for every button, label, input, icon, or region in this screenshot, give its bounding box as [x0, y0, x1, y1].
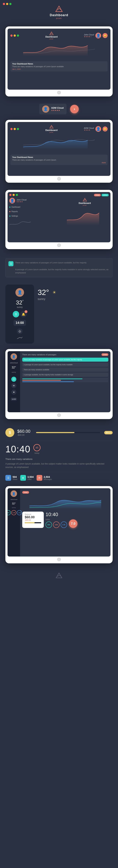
tablet3-badge-red: 2new [94, 194, 101, 196]
tablet5-temp: 32° [12, 502, 15, 505]
tablet3-nav-label-3: Settings [11, 215, 18, 217]
tablet1-home-button[interactable] [57, 91, 61, 94]
weather-icon-row: ☰ 🔔 1 [13, 311, 27, 317]
stat-icon-3: ✉ [37, 475, 42, 481]
weather-badge-dot: 1 [25, 310, 28, 313]
time-row: 10:40 45 today [5, 444, 113, 455]
weather-right-row: 32° ☀ [38, 288, 56, 297]
stats-row: ☰ 504 Views ★ 3,504 Likes ✉ 2,504 Messag… [5, 475, 113, 481]
tablet4-nav-icons: ☰ ✉ ★ [11, 377, 16, 395]
tablet1-stars: ★★★★☆ [84, 36, 94, 37]
tablet2-user-row: ADM Cloud ★★★★ 👤 🔔 [84, 126, 108, 132]
text-block: ☰ There are many variations of passages … [5, 258, 113, 277]
tablet4-face-icon: 👤 [12, 355, 15, 359]
admin-profile-card: 👤 ADM Cloud ★★★★★ [39, 104, 67, 115]
tablet1-face-icon: 👤 [96, 34, 101, 37]
tablet1-section: Dashboard peak John Cloud ★★★★☆ 👤 🔔 [0, 25, 118, 102]
tablet2-notification-button[interactable]: 🔔 [103, 126, 108, 131]
tablet5-action-button[interactable]: 7.0 [69, 519, 77, 528]
app-header: Dashboard peak [0, 0, 118, 25]
stat-info-1: 504 Views [12, 475, 17, 480]
tablet2-more-link[interactable]: more [102, 162, 106, 164]
svg-marker-0 [56, 6, 62, 12]
app-logo: Dashboard peak [50, 5, 68, 19]
tablet2-news-item: Your Dashboard News There are many varia… [10, 155, 108, 165]
tablet5-avatar: 👤 [10, 490, 17, 497]
tablet5-bottom-panels: Balance $60.00 -$40.00 10:40 today [22, 512, 108, 528]
tablet4-msg-4: A passage available, but the majority lo… [22, 373, 108, 377]
tablet1-mountain-icon [49, 31, 54, 35]
weather-condition-right: sunny [38, 298, 56, 301]
tablet3-nav-label-2: Reports [11, 211, 18, 213]
tablet3-user-info: John Cloud ★★★★ [16, 199, 27, 203]
tablet5-badge: 2new [22, 491, 29, 494]
weather-temp: 32° [16, 299, 24, 306]
tablet4-nav-icon-1[interactable]: ☰ [11, 377, 16, 382]
tablet5-section: 👤 JohnCloud 32° sunny 504 3.5k [0, 484, 118, 569]
tablet3-home-button[interactable] [57, 243, 61, 247]
weather-power-icon: ⏻ [18, 330, 21, 333]
t1-tl-red [10, 34, 12, 37]
tablet1-logo-sub: peak [49, 38, 53, 40]
text-icon-symbol: ☰ [10, 262, 12, 265]
tablet4-main-topbar: There are many variations of passages 2n… [22, 353, 108, 356]
weather-condition: sunny [16, 306, 24, 308]
tablet3-nav-item-2[interactable]: Reports [9, 210, 57, 213]
svg-marker-1 [50, 32, 53, 35]
tablet4-username: JohnCloud [10, 362, 17, 364]
weather-power-button[interactable]: ⏻ [17, 329, 23, 334]
tablet3-badge-teal: online [102, 194, 109, 196]
tablet4-nav-icon-3[interactable]: ★ [11, 390, 16, 395]
tablet4-home-button[interactable] [57, 413, 61, 417]
tablet1-notification-button[interactable]: 🔔 [103, 33, 108, 38]
tablet5-home-button[interactable] [57, 558, 61, 561]
weather-card-right: 32° ☀ sunny [38, 284, 56, 301]
tablet1-user-row: John Cloud ★★★★☆ 👤 🔔 [84, 33, 108, 38]
tablet4-msg-2: A passage of Lorem Ipsum available, but … [22, 363, 108, 367]
t1-tl-yellow [14, 34, 16, 37]
admin-notification-button[interactable]: › [70, 105, 79, 113]
tablet5-main: 2new [20, 488, 111, 557]
tablet4-msg-2-text: A passage of Lorem Ipsum available, but … [24, 364, 73, 366]
stat-label-1: Views [12, 478, 17, 480]
tablet1-news-body: There are many variations of passages of… [12, 66, 106, 67]
stat-icon-1: ☰ [5, 475, 11, 481]
svg-marker-4 [56, 573, 62, 578]
weather-list-button[interactable]: ☰ [13, 311, 19, 317]
text-block-body-container: A passage of Lorem Ipsum available, but … [8, 268, 110, 274]
weather-temp-container: 32° sunny [16, 299, 24, 308]
tablet5-stat-circle-2: 3.5k [53, 522, 60, 528]
t1-tl-green [17, 34, 19, 37]
tablet4-msg-3: There are many variations available [22, 368, 108, 372]
admin-info: ADM Cloud ★★★★★ [51, 106, 64, 112]
tablet4-section: 👤 JohnCloud 32° sunny ☰ ✉ ★ 14:00 [0, 347, 118, 425]
tablet5-stat-circle-3: 2.5k [61, 522, 67, 528]
money-bar-container [36, 432, 100, 433]
tablet1-inner: Dashboard peak John Cloud ★★★★☆ 👤 🔔 [7, 29, 111, 90]
tablet3-nav-item-1[interactable]: Dashboard [9, 205, 57, 209]
tablet3-right: 2new online Dashboard peak [59, 192, 111, 242]
weather-notif-button[interactable]: 🔔 1 [20, 311, 27, 317]
text-block-icon: ☰ [8, 261, 13, 266]
tablet5-chart-area [22, 495, 108, 510]
tablet3-right-top: 2new online [61, 194, 109, 196]
stat-icon-2-symbol: ★ [22, 476, 24, 479]
stat-value-1: 504 [12, 475, 17, 478]
weather-degree-symbol: ° [22, 300, 24, 303]
tablet3-nav-label-1: Dashboard [11, 206, 20, 208]
tablet4-main-title: There are many variations of passages [22, 353, 56, 356]
tablet2-home-button[interactable] [57, 177, 61, 181]
tablet5-circle-2: 3.5k [11, 510, 16, 515]
tablet2-bell-icon: 🔔 [104, 128, 107, 130]
stat-label-3: Messages [44, 478, 52, 480]
weather-chart-button[interactable] [17, 337, 23, 340]
tablet3-chart [67, 208, 103, 226]
traffic-light-red [3, 3, 5, 5]
tablet2-news-title: Your Dashboard News [12, 156, 106, 158]
tablet4-nav-icon-2[interactable]: ✉ [11, 383, 16, 388]
time-info: 45 today [33, 444, 41, 454]
stat-item-1: ☰ 504 Views [5, 475, 17, 481]
tablet3-nav-item-3[interactable]: Settings [9, 214, 57, 218]
tablet5-mockup: 👤 JohnCloud 32° sunny 504 3.5k [5, 486, 113, 563]
tablet4-temp: 32° [12, 366, 16, 369]
